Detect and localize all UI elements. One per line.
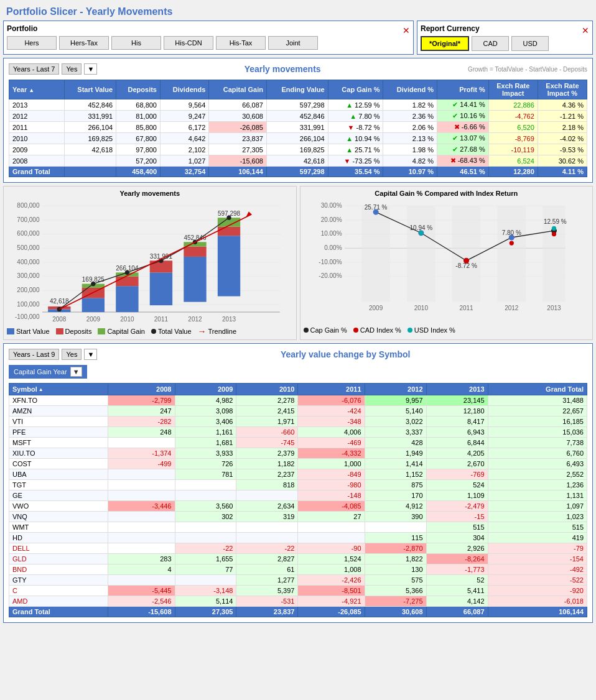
th-dividends: Dividends <box>161 80 209 99</box>
currency-close-icon[interactable]: ✕ <box>582 25 589 35</box>
symbol-years-dropdown[interactable]: ▼ <box>84 349 97 360</box>
legend-capgain: Capital Gain <box>98 328 145 335</box>
cg-year-dropdown[interactable]: ▼ <box>70 367 82 377</box>
svg-text:100,000: 100,000 <box>17 301 40 308</box>
portfolio-btn-his-cdn[interactable]: His-CDN <box>164 36 213 50</box>
cg-year-label: Capital Gain Year <box>14 368 67 375</box>
row-year: 2008 <box>9 155 65 167</box>
cap-gain-chart-area: 30.00% 20.00% 10.00% 0.00% -10.00% -20.0… <box>304 200 590 325</box>
row-profit-pct: ✔ 10.16 % <box>437 111 489 122</box>
row-year: 2011 <box>9 122 65 133</box>
cell-v2011: -8,501 <box>298 586 365 596</box>
total-year: Grand Total <box>9 167 65 177</box>
bar-2009-start <box>82 298 105 312</box>
row-deposits: 68,800 <box>116 99 161 111</box>
cell-v2009: 781 <box>175 469 236 480</box>
row-year: 2009 <box>9 144 65 155</box>
cg-year-header: Capital Gain Year ▼ <box>9 365 87 379</box>
cell-v2012: 5,140 <box>365 406 426 417</box>
currency-btn-original[interactable]: *Original* <box>421 36 469 51</box>
row-exch-pct: 30.62 % <box>538 155 587 167</box>
svg-text:300,000: 300,000 <box>17 272 40 279</box>
legend-total-label: Total Value <box>158 328 192 335</box>
row-ending: 597,298 <box>266 99 328 111</box>
row-dividends: 6,172 <box>161 122 209 133</box>
th-2010: 2010 <box>236 384 298 395</box>
legend-cad-index: CAD Index % <box>353 326 401 334</box>
row-year: 2012 <box>9 111 65 122</box>
row-div-pct: 1.98 % <box>383 144 437 155</box>
col-2012 <box>497 206 525 302</box>
symbol-name: PFE <box>9 427 108 438</box>
grand-total-total: 106,144 <box>488 607 587 617</box>
th-start-value: Start Value <box>64 80 116 99</box>
portfolio-close-icon[interactable]: ✕ <box>403 25 410 35</box>
row-capgain: 27,305 <box>209 144 267 155</box>
svg-text:600,000: 600,000 <box>17 230 40 237</box>
currency-btn-usd[interactable]: USD <box>511 36 549 51</box>
svg-text:10.00%: 10.00% <box>320 230 342 237</box>
cell-v2012: 5,366 <box>365 586 426 596</box>
symbol-name: VWO <box>9 501 108 512</box>
page-title: Portfolio Slicer - Yearly Movements <box>3 3 593 21</box>
bar-2010-start <box>116 286 138 312</box>
cell-total: 6,760 <box>488 448 587 459</box>
cell-v2011: -148 <box>298 490 365 501</box>
row-profit-pct: ✖ -68.43 % <box>437 155 489 167</box>
cell-v2010: 2,415 <box>236 406 298 417</box>
total-dividends: 32,754 <box>161 167 209 177</box>
cell-v2013: 23,145 <box>426 395 488 406</box>
cell-v2012: 575 <box>365 575 426 586</box>
portfolio-btn-his[interactable]: His <box>111 36 161 50</box>
cell-v2012: 1,949 <box>365 448 426 459</box>
th-cap-gain: Capital Gain <box>209 80 267 99</box>
cell-v2013: 52 <box>426 575 488 586</box>
cell-v2011: -90 <box>298 543 365 554</box>
cell-v2012: 1,822 <box>365 554 426 564</box>
symbol-name: VNQ <box>9 512 108 522</box>
bar-2012-start <box>184 257 206 302</box>
row-capgain-pct: ▲ 7.80 % <box>328 111 383 122</box>
svg-text:2009: 2009 <box>368 305 383 311</box>
yearly-movements-section: Years - Last 7 Yes ▼ Yearly movements Gr… <box>3 58 593 183</box>
row-start: 331,991 <box>64 111 116 122</box>
row-div-pct: 4.82 % <box>383 155 437 167</box>
th-deposits: Deposits <box>116 80 161 99</box>
symbol-name: XIU.TO <box>9 448 108 459</box>
cell-v2010: 1,971 <box>236 417 298 427</box>
cell-v2008 <box>108 543 175 554</box>
svg-text:2011: 2011 <box>459 305 473 311</box>
row-exch-pct: 4.36 % <box>538 99 587 111</box>
portfolio-btn-his-tax[interactable]: His-Tax <box>216 36 266 50</box>
cell-v2011 <box>298 522 365 533</box>
currency-btn-cad[interactable]: CAD <box>472 36 509 51</box>
cell-v2010: 2,237 <box>236 469 298 480</box>
symbol-name: TGT <box>9 480 108 490</box>
cell-total: 1,023 <box>488 512 587 522</box>
legend-start-value-box <box>7 328 14 334</box>
portfolio-btn-hers[interactable]: Hers <box>7 36 57 50</box>
years-dropdown[interactable]: ▼ <box>84 63 97 75</box>
row-dividends: 1,027 <box>161 155 209 167</box>
portfolio-btn-hers-tax[interactable]: Hers-Tax <box>59 36 109 50</box>
col-2010 <box>407 206 435 302</box>
row-div-pct: 2.36 % <box>383 111 437 122</box>
cap-gain-chart-box: Capital Gain % Compared with Index Retur… <box>300 186 594 340</box>
th-2012: 2012 <box>365 384 426 395</box>
symbol-name: AMZN <box>9 406 108 417</box>
grand-total-v2012: 30,608 <box>365 607 426 617</box>
legend-cad-dot <box>353 328 358 333</box>
portfolio-btn-joint[interactable]: Joint <box>268 36 318 50</box>
symbol-name: GLD <box>9 554 108 564</box>
cell-v2011: -2,426 <box>298 575 365 586</box>
cell-v2008: 283 <box>108 554 175 564</box>
grand-total-v2008: -15,608 <box>108 607 175 617</box>
cell-v2013: 4,205 <box>426 448 488 459</box>
cell-v2013: 12,180 <box>426 406 488 417</box>
cad-dot-2012 <box>509 241 513 245</box>
grand-total-v2011: -26,085 <box>298 607 365 617</box>
row-ending: 266,104 <box>266 133 328 144</box>
symbol-name: GE <box>9 490 108 501</box>
row-start: 42,618 <box>64 144 116 155</box>
cell-v2008: 247 <box>108 406 175 417</box>
